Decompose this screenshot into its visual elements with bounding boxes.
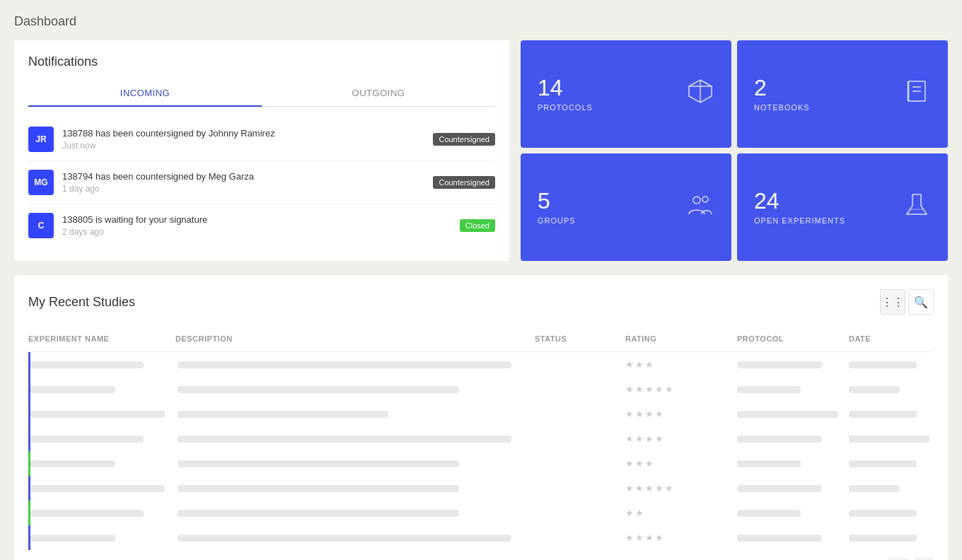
people-icon [686,190,714,224]
skeleton-cell [737,485,822,492]
stat-label-experiments: OPEN EXPERIMENTS [754,216,845,225]
col-experiment-name: EXPERIMENT NAME [28,334,170,343]
svg-point-8 [702,197,708,202]
skeleton-cell [178,361,511,368]
rating-stars: ★ ★ ★ [625,458,731,469]
skeleton-cell [737,411,838,418]
rating-stars: ★ ★ ★ ★ ★ [625,483,731,494]
tab-incoming[interactable]: INCOMING [28,81,262,107]
rating-stars: ★ ★ ★ ★ ★ [625,384,731,395]
stat-label-groups: GROUPS [538,216,576,225]
stat-card-groups[interactable]: 5 GROUPS [521,153,731,261]
skeleton-cell [849,361,917,368]
table-body: ★ ★ ★ ★ ★ ★ ★ ★ [28,352,934,550]
skeleton-cell [30,411,165,418]
table-header: EXPERIMENT NAME DESCRIPTION STATUS RATIN… [28,329,934,352]
table-row[interactable]: ★ ★ ★ ★ [28,426,934,451]
studies-header: My Recent Studies ⋮⋮ 🔍 [28,289,934,315]
stat-card-experiments[interactable]: 24 OPEN EXPERIMENTS [737,153,948,261]
badge-countersigned-2: Countersigned [433,176,495,189]
col-description: DESCRIPTION [175,334,529,343]
table-row[interactable]: ★ ★ ★ ★ ★ [28,377,934,402]
skeleton-cell [178,411,388,418]
skeleton-cell [737,510,801,517]
badge-countersigned-1: Countersigned [433,133,495,146]
studies-title: My Recent Studies [28,295,135,310]
skeleton-cell [30,361,144,368]
skeleton-cell [849,485,900,492]
col-protocol: PROTOCOL [737,334,843,343]
col-rating: RATING [625,334,731,343]
svg-point-7 [693,197,700,204]
skeleton-cell [737,386,801,393]
stat-label-protocols: PROTOCOLS [538,103,593,112]
skeleton-cell [737,436,822,443]
table-row[interactable]: ★ ★ ★ [28,451,934,476]
pagination: ‹ › [28,550,934,560]
rating-stars: ★ ★ ★ ★ [625,409,731,419]
studies-controls: ⋮⋮ 🔍 [880,289,934,315]
skeleton-cell [178,485,459,492]
skeleton-cell [30,535,115,542]
notification-text-3: 138805 is waiting for your signature [62,214,451,225]
skeleton-cell [849,460,917,467]
stat-label-notebooks: NOTEBOOKS [754,103,810,112]
table-row[interactable]: ★ ★ ★ [28,352,934,377]
recent-studies-panel: My Recent Studies ⋮⋮ 🔍 EXPERIMENT NAME D… [14,275,948,560]
search-button[interactable]: 🔍 [908,289,934,315]
rating-stars: ★ ★ [625,508,731,518]
col-status: STATUS [535,334,620,343]
notification-item-3: C 138805 is waiting for your signature 2… [28,204,495,247]
skeleton-cell [30,485,165,492]
beaker-icon [903,190,931,224]
notification-text-1: 138788 has been countersigned by Johnny … [62,128,424,139]
stat-number-groups: 5 [538,189,576,212]
skeleton-cell [849,411,917,418]
notifications-tabs: INCOMING OUTGOING [28,81,495,107]
skeleton-cell [849,510,917,517]
notification-text-2: 138794 has been countersigned by Meg Gar… [62,171,424,182]
skeleton-cell [849,386,900,393]
stat-number-notebooks: 2 [754,76,810,99]
skeleton-cell [178,460,459,467]
skeleton-cell [178,535,511,542]
notification-item: JR 138788 has been countersigned by John… [28,118,495,161]
notification-time-1: Just now [62,141,424,151]
skeleton-cell [30,436,144,443]
stat-number-protocols: 14 [538,76,593,99]
stats-grid: 14 PROTOCOLS 2 NOTEBOOKS [521,40,948,261]
cube-icon [686,77,714,111]
rating-stars: ★ ★ ★ [625,359,731,370]
stat-card-notebooks[interactable]: 2 NOTEBOOKS [737,40,948,148]
rating-stars: ★ ★ ★ ★ [625,532,731,543]
search-icon: 🔍 [914,296,928,309]
tab-outgoing[interactable]: OUTGOING [262,81,495,106]
grid-view-button[interactable]: ⋮⋮ [880,289,905,315]
table-row[interactable]: ★ ★ ★ ★ [28,525,934,550]
skeleton-cell [178,386,459,393]
stat-card-protocols[interactable]: 14 PROTOCOLS [521,40,731,148]
stat-number-experiments: 24 [754,189,845,212]
page-title: Dashboard [14,14,948,29]
skeleton-cell [178,510,459,517]
skeleton-cell [737,460,801,467]
badge-closed-1: Closed [460,219,495,232]
table-row[interactable]: ★ ★ ★ ★ ★ [28,476,934,501]
notification-item-2: MG 138794 has been countersigned by Meg … [28,161,495,204]
notification-time-3: 2 days ago [62,227,451,237]
notifications-panel: Notifications INCOMING OUTGOING JR 13878… [14,40,509,261]
skeleton-cell [30,460,115,467]
skeleton-cell [30,510,144,517]
avatar-jr: JR [28,127,54,152]
grid-icon: ⋮⋮ [881,296,904,309]
table-row[interactable]: ★ ★ ★ ★ [28,402,934,426]
skeleton-cell [178,436,511,443]
skeleton-cell [737,535,822,542]
rating-stars: ★ ★ ★ ★ [625,433,731,444]
avatar-c: C [28,213,54,238]
avatar-mg: MG [28,170,54,195]
table-row[interactable]: ★ ★ [28,501,934,525]
skeleton-cell [849,535,917,542]
notification-time-2: 1 day ago [62,184,424,194]
skeleton-cell [30,386,115,393]
